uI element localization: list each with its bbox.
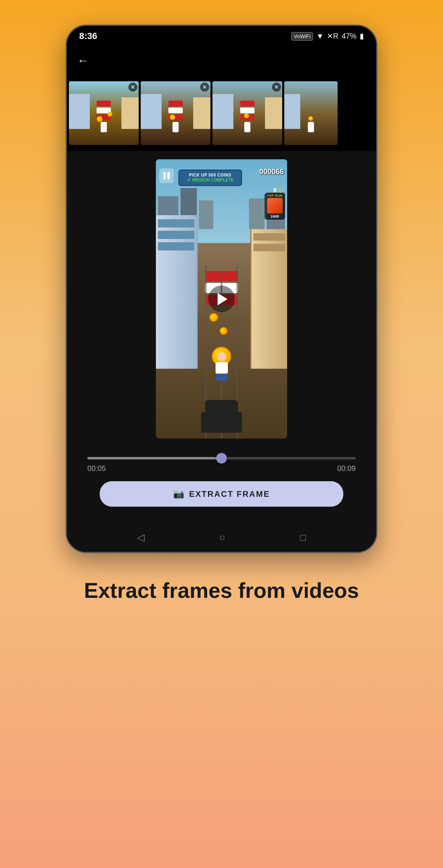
player-character: [212, 352, 231, 377]
thumbnail-1-close[interactable]: ✕: [128, 83, 137, 92]
score-value: 000066: [259, 168, 284, 176]
game-scene: ★: [156, 159, 287, 439]
mission-complete: ✔ MISSION COMPLETE: [184, 177, 236, 183]
data-icon: ✕R: [327, 32, 338, 41]
video-frame[interactable]: ★: [156, 159, 287, 439]
wifi-icon: VoWiFi: [291, 32, 313, 41]
signal-icon: ▼: [316, 32, 324, 41]
battery-icon: ▮: [360, 32, 364, 41]
status-time: 8:36: [79, 31, 97, 41]
progress-slider[interactable]: [87, 457, 356, 459]
train-right: [250, 229, 287, 369]
start-time: 00:05: [87, 464, 106, 473]
thumbnail-3-close[interactable]: ✕: [272, 83, 281, 92]
time-labels: 00:05 00:09: [87, 464, 356, 473]
coin-1: [209, 313, 218, 322]
end-time: 00:09: [337, 464, 356, 473]
pause-button[interactable]: [159, 168, 174, 183]
lives-count: 9: [273, 187, 276, 193]
top-nav: ←: [67, 46, 376, 75]
camera-icon: 📷: [173, 489, 184, 499]
coin-2: [219, 327, 228, 335]
thumbnail-2-close[interactable]: ✕: [200, 83, 209, 92]
thumbnail-4[interactable]: [284, 81, 338, 145]
thumbnail-3[interactable]: ✕: [212, 81, 282, 145]
progress-thumb[interactable]: [216, 453, 227, 464]
bottom-nav: ◁ ○ □: [67, 523, 376, 552]
police-chaser: [201, 400, 242, 433]
progress-fill: [87, 457, 222, 459]
phone-device: 8:36 VoWiFi ▼ ✕R 47% ▮ ←: [66, 25, 377, 553]
nav-home-button[interactable]: ○: [219, 532, 225, 543]
footer-section: Extract frames from videos: [51, 553, 392, 636]
nav-back-button[interactable]: ◁: [137, 532, 144, 543]
thumbnail-1[interactable]: ✕: [69, 81, 139, 145]
top-run-avatar: [267, 198, 283, 214]
thumbnails-strip: ✕ ✕: [67, 75, 376, 151]
mission-title: PICK UP 500 COINS: [184, 173, 236, 177]
back-button[interactable]: ←: [77, 54, 89, 67]
extract-frame-button[interactable]: 📷 EXTRACT FRAME: [100, 481, 343, 507]
status-icons: VoWiFi ▼ ✕R 47% ▮: [291, 32, 364, 41]
battery-text: 47%: [342, 32, 356, 41]
top-run-score: 2498: [267, 214, 283, 218]
train-left: [156, 215, 198, 369]
play-icon: [218, 293, 228, 305]
check-icon: ✔: [187, 177, 191, 183]
status-bar: 8:36 VoWiFi ▼ ✕R 47% ▮: [67, 26, 376, 46]
play-button[interactable]: [208, 286, 235, 312]
controls-section: 00:05 00:09 📷 EXTRACT FRAME: [67, 447, 376, 523]
score-display: 000066: [259, 168, 284, 176]
top-run-label: TOP RUN: [267, 194, 283, 197]
nav-recents-button[interactable]: □: [300, 532, 306, 543]
mission-status: MISSION COMPLETE: [192, 178, 234, 182]
thumbnail-2[interactable]: ✕: [141, 81, 210, 145]
mission-banner: PICK UP 500 COINS ✔ MISSION COMPLETE: [178, 170, 242, 186]
main-tagline: Extract frames from videos: [84, 578, 359, 603]
video-container: ★: [67, 151, 376, 447]
extract-label: EXTRACT FRAME: [189, 489, 270, 499]
top-run-card: TOP RUN 2498: [265, 193, 285, 220]
